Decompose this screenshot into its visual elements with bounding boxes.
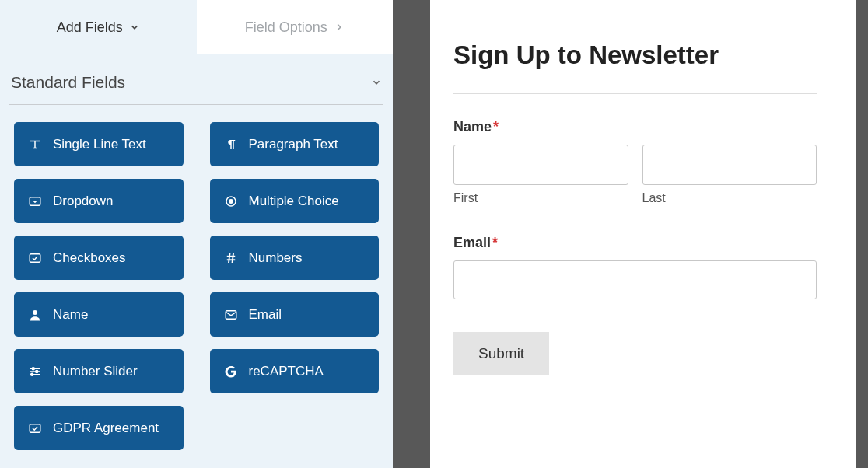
form-title: Sign Up to Newsletter: [453, 40, 817, 70]
field-dropdown[interactable]: Dropdown: [14, 179, 184, 223]
field-gdpr-agreement[interactable]: GDPR Agreement: [14, 406, 184, 450]
field-label: Single Line Text: [53, 137, 146, 152]
email-label-text: Email: [453, 235, 491, 250]
tab-field-options[interactable]: Field Options: [197, 0, 394, 54]
form-preview-area: Sign Up to Newsletter Name* First Last E…: [430, 0, 868, 468]
paragraph-icon: [224, 138, 238, 152]
tab-options-label: Field Options: [245, 19, 327, 36]
field-label: Name: [53, 307, 88, 323]
field-label: GDPR Agreement: [53, 421, 159, 436]
first-name-sublabel: First: [453, 191, 628, 205]
section-title: Standard Fields: [11, 73, 125, 92]
required-asterisk: *: [493, 119, 499, 134]
form-divider: [453, 93, 817, 94]
sliders-icon: [28, 365, 42, 379]
field-label: Paragraph Text: [249, 137, 338, 152]
required-asterisk: *: [492, 235, 498, 250]
field-label: reCAPTCHA: [249, 364, 324, 379]
svg-point-8: [33, 310, 37, 315]
chevron-down-icon: [371, 77, 382, 88]
last-name-sublabel: Last: [642, 191, 817, 205]
tab-add-label: Add Fields: [57, 19, 123, 36]
svg-line-7: [232, 253, 233, 263]
svg-line-6: [229, 253, 230, 263]
field-numbers[interactable]: Numbers: [210, 236, 380, 280]
chevron-down-icon: [129, 22, 140, 33]
field-label: Number Slider: [53, 364, 138, 379]
field-name[interactable]: Name: [14, 292, 184, 337]
email-field-label: Email*: [453, 235, 817, 251]
field-email[interactable]: Email: [210, 292, 380, 337]
svg-rect-3: [30, 253, 40, 262]
svg-point-15: [31, 373, 33, 375]
field-label: Numbers: [249, 250, 303, 266]
field-label: Dropdown: [53, 194, 114, 209]
fields-grid: Single Line Text Paragraph Text Dropdown…: [9, 122, 383, 450]
field-label: Multiple Choice: [249, 194, 339, 209]
first-name-col: First: [453, 145, 628, 205]
field-checkboxes[interactable]: Checkboxes: [14, 236, 184, 280]
last-name-col: Last: [642, 145, 817, 205]
field-number-slider[interactable]: Number Slider: [14, 349, 184, 393]
section-header[interactable]: Standard Fields: [9, 68, 383, 105]
field-paragraph-text[interactable]: Paragraph Text: [210, 122, 380, 166]
field-label: Checkboxes: [53, 250, 126, 266]
chevron-right-icon: [334, 22, 345, 33]
email-input[interactable]: [453, 260, 817, 299]
svg-point-13: [36, 370, 38, 372]
tab-add-fields[interactable]: Add Fields: [0, 0, 197, 54]
google-icon: [224, 365, 238, 379]
panel-tabs: Add Fields Field Options: [0, 0, 393, 54]
dropdown-icon: [28, 194, 42, 208]
field-label: Email: [249, 307, 282, 323]
fields-panel: Add Fields Field Options Standard Fields…: [0, 0, 393, 468]
name-field-label: Name*: [453, 119, 817, 135]
field-recaptcha[interactable]: reCAPTCHA: [210, 349, 380, 393]
field-multiple-choice[interactable]: Multiple Choice: [210, 179, 380, 223]
submit-button[interactable]: Submit: [453, 332, 549, 375]
radio-icon: [224, 194, 238, 208]
last-name-input[interactable]: [642, 145, 817, 185]
hash-icon: [224, 251, 238, 265]
svg-rect-16: [30, 424, 40, 432]
field-single-line-text[interactable]: Single Line Text: [14, 122, 184, 166]
form-canvas: Sign Up to Newsletter Name* First Last E…: [430, 0, 856, 468]
name-label-text: Name: [453, 119, 492, 134]
first-name-input[interactable]: [453, 145, 628, 185]
name-row: First Last: [453, 145, 817, 205]
text-icon: [28, 138, 42, 152]
checkbox-icon: [28, 421, 42, 435]
user-icon: [28, 308, 42, 322]
checkbox-icon: [28, 251, 42, 265]
svg-point-2: [229, 199, 233, 203]
canvas-gutter: [393, 0, 430, 468]
envelope-icon: [224, 308, 238, 322]
svg-point-11: [32, 367, 34, 369]
standard-fields-section: Standard Fields Single Line Text Paragra…: [0, 54, 393, 450]
